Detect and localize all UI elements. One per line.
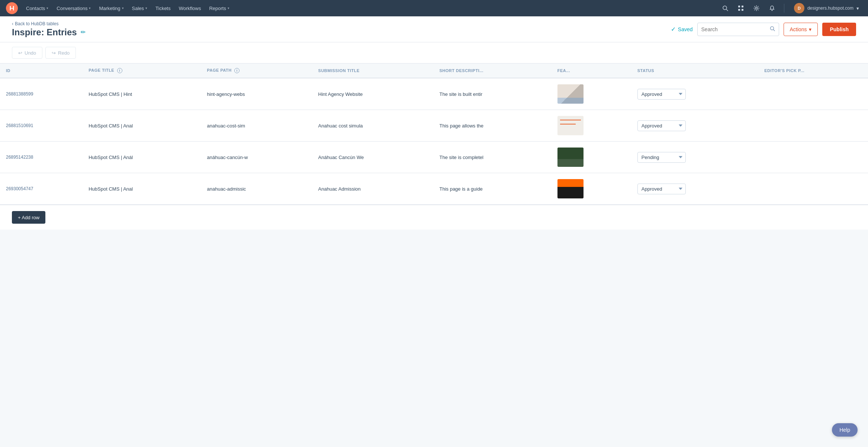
nav-workflows[interactable]: Workflows: [175, 3, 205, 13]
cell-page-title: HubSpot CMS | Hint: [83, 78, 201, 110]
undo-button[interactable]: ↩ Undo: [12, 47, 42, 59]
search-icon[interactable]: [720, 3, 730, 13]
user-account[interactable]: D designers.hubspot.com ▾: [791, 1, 862, 15]
cell-submission-title: Hint Agency Website: [312, 78, 434, 110]
redo-button[interactable]: ↪ Redo: [45, 47, 76, 59]
cell-page-title: HubSpot CMS | Anal: [83, 110, 201, 142]
table-container: ID PAGE TITLE i PAGE PATH i SUBMISSION T…: [0, 64, 868, 205]
thumbnail-image: [557, 116, 584, 135]
header-left: ‹ Back to HubDB tables Inspire: Entries …: [12, 21, 86, 38]
cell-page-title: HubSpot CMS | Anal: [83, 173, 201, 205]
cell-short-description: The site is completel: [433, 142, 551, 173]
svg-line-2: [726, 9, 728, 11]
header-right: ✓ Saved Actions ▾ Publish: [671, 23, 856, 36]
add-row-area: + Add row: [0, 205, 868, 230]
svg-point-7: [755, 7, 757, 9]
cell-submission-title: Anahuac Admission: [312, 173, 434, 205]
search-box[interactable]: [697, 23, 779, 36]
back-link[interactable]: ‹ Back to HubDB tables: [12, 21, 86, 26]
chevron-down-icon: ▾: [228, 6, 229, 10]
cell-status[interactable]: ApprovedPendingRejectedDraft: [631, 142, 758, 173]
cell-short-description: The site is built entir: [433, 78, 551, 110]
col-short-description: SHORT DESCRIPTI...: [433, 64, 551, 78]
nav-items: Contacts ▾ Conversations ▾ Marketing ▾ S…: [22, 3, 720, 13]
cell-status[interactable]: ApprovedPendingRejectedDraft: [631, 110, 758, 142]
cell-thumbnail: [552, 78, 631, 110]
top-navigation: Contacts ▾ Conversations ▾ Marketing ▾ S…: [0, 0, 868, 16]
add-row-button[interactable]: + Add row: [12, 211, 45, 224]
arrow-left-icon: ‹: [12, 21, 13, 26]
nav-sales[interactable]: Sales ▾: [128, 3, 151, 13]
entries-table: ID PAGE TITLE i PAGE PATH i SUBMISSION T…: [0, 64, 868, 205]
table-row: 26930054747 HubSpot CMS | Anal anahuac-a…: [0, 173, 868, 205]
hubspot-logo[interactable]: [6, 2, 18, 14]
apps-icon[interactable]: [736, 3, 746, 13]
table-row: 26881510691 HubSpot CMS | Anal anahuac-c…: [0, 110, 868, 142]
cell-thumbnail: [552, 142, 631, 173]
svg-line-9: [773, 30, 775, 31]
cell-thumbnail: [552, 173, 631, 205]
status-select[interactable]: ApprovedPendingRejectedDraft: [637, 89, 686, 100]
status-select[interactable]: ApprovedPendingRejectedDraft: [637, 184, 686, 194]
table-header: ID PAGE TITLE i PAGE PATH i SUBMISSION T…: [0, 64, 868, 78]
notifications-icon[interactable]: [767, 3, 777, 13]
col-page-path: PAGE PATH i: [201, 64, 312, 78]
cell-editors-pick: [758, 173, 868, 205]
actions-button[interactable]: Actions ▾: [784, 23, 818, 36]
col-status: STATUS: [631, 64, 758, 78]
status-select[interactable]: ApprovedPendingRejectedDraft: [637, 152, 686, 163]
settings-icon[interactable]: [751, 3, 762, 13]
status-select[interactable]: ApprovedPendingRejectedDraft: [637, 120, 686, 131]
page-title-row: Inspire: Entries ✏: [12, 27, 86, 38]
svg-rect-3: [738, 6, 740, 7]
table-row: 26881388599 HubSpot CMS | Hint hint-agen…: [0, 78, 868, 110]
cell-page-path: anahuac-admissic: [201, 173, 312, 205]
cell-editors-pick: [758, 78, 868, 110]
svg-rect-6: [742, 9, 743, 11]
cell-id: 26881510691: [0, 110, 83, 142]
toolbar: ↩ Undo ↪ Redo: [0, 42, 868, 64]
edit-icon[interactable]: ✏: [81, 29, 86, 36]
cell-id: 26930054747: [0, 173, 83, 205]
cell-status[interactable]: ApprovedPendingRejectedDraft: [631, 78, 758, 110]
info-icon[interactable]: i: [234, 68, 239, 73]
nav-tickets[interactable]: Tickets: [152, 3, 174, 13]
cell-submission-title: Anahuac cost simula: [312, 110, 434, 142]
table-row: 26895142238 HubSpot CMS | Anál anáhuac-c…: [0, 142, 868, 173]
nav-marketing[interactable]: Marketing ▾: [95, 3, 127, 13]
avatar: D: [794, 3, 804, 13]
cell-page-path: hint-agency-webs: [201, 78, 312, 110]
undo-icon: ↩: [18, 50, 22, 56]
nav-contacts[interactable]: Contacts ▾: [22, 3, 52, 13]
col-submission-title: SUBMISSION TITLE: [312, 64, 434, 78]
col-editors-pick: EDITOR'S PICK P...: [758, 64, 868, 78]
chevron-down-icon: ▾: [89, 6, 91, 10]
thumbnail-image: [557, 148, 584, 167]
cell-id: 26881388599: [0, 78, 83, 110]
nav-right-icons: D designers.hubspot.com ▾: [720, 1, 862, 15]
thumbnail-image: [557, 84, 584, 104]
page-header: ‹ Back to HubDB tables Inspire: Entries …: [0, 16, 868, 42]
col-id: ID: [0, 64, 83, 78]
svg-rect-5: [738, 9, 740, 11]
chevron-down-icon: ▾: [856, 6, 859, 11]
nav-conversations[interactable]: Conversations ▾: [53, 3, 94, 13]
chevron-down-icon: ▾: [145, 6, 147, 10]
cell-editors-pick: [758, 110, 868, 142]
nav-reports[interactable]: Reports ▾: [205, 3, 233, 13]
cell-page-path: anahuac-cost-sim: [201, 110, 312, 142]
cell-short-description: This page is a guide: [433, 173, 551, 205]
cell-short-description: This page allows the: [433, 110, 551, 142]
redo-icon: ↪: [52, 50, 56, 56]
svg-rect-4: [742, 6, 743, 7]
check-icon: ✓: [671, 26, 676, 33]
cell-page-path: anáhuac-cancún-w: [201, 142, 312, 173]
publish-button[interactable]: Publish: [822, 23, 856, 36]
col-featured: FEA...: [552, 64, 631, 78]
search-input[interactable]: [701, 26, 767, 32]
chevron-down-icon: ▾: [122, 6, 124, 10]
info-icon[interactable]: i: [117, 68, 122, 73]
nav-divider: [784, 4, 784, 13]
table-body: 26881388599 HubSpot CMS | Hint hint-agen…: [0, 78, 868, 205]
cell-status[interactable]: ApprovedPendingRejectedDraft: [631, 173, 758, 205]
